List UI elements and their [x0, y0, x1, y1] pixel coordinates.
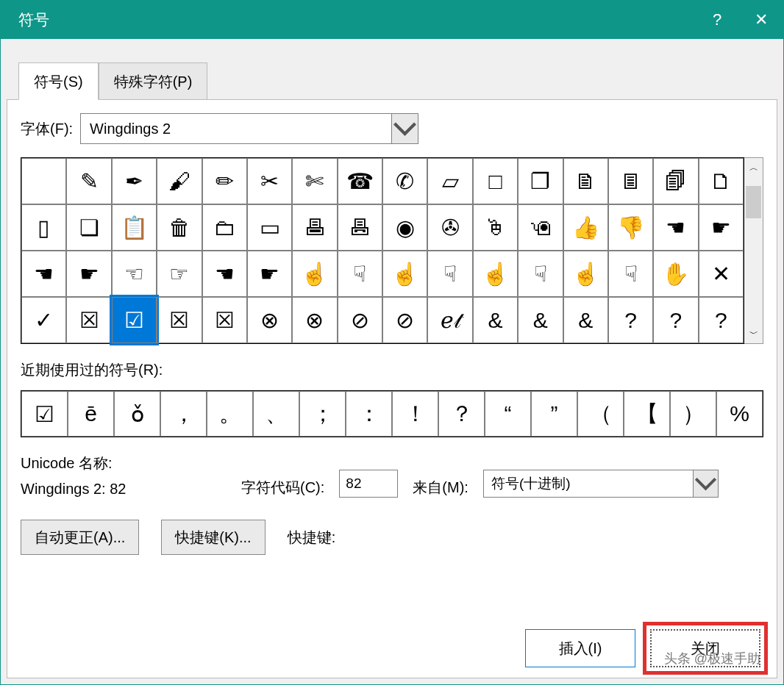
finger-down-2-icon[interactable]: ☟ [608, 251, 653, 297]
point-down-solid2-icon[interactable]: ☟ [427, 251, 472, 297]
recent-bracket-open[interactable]: 【 [624, 391, 670, 437]
ballot-x-2-icon[interactable]: ☒ [157, 297, 202, 343]
clipboard-icon[interactable]: 📋 [112, 204, 157, 251]
ampersand-italic-icon[interactable]: & [563, 297, 608, 343]
shortcut-key-button[interactable]: 快捷键(K)... [161, 520, 265, 555]
close-button[interactable]: 关闭 [650, 629, 760, 667]
question-bold-icon[interactable]: ? [608, 297, 653, 343]
recent-percent[interactable]: % [716, 391, 763, 437]
stack-icon[interactable]: ❏ [66, 204, 111, 251]
chevron-down-icon[interactable] [391, 114, 418, 143]
help-button[interactable]: ? [695, 1, 739, 39]
close-window-button[interactable]: ✕ [739, 1, 783, 39]
folder-icon[interactable]: 🗀 [202, 204, 247, 251]
recent-paren-close[interactable]: ） [670, 391, 716, 437]
from-select[interactable]: 符号(十进制) [483, 470, 719, 498]
prohibited-icon[interactable]: ⊘ [338, 297, 382, 343]
recent-o-caron[interactable]: ǒ [114, 391, 160, 437]
point-up-outline-icon[interactable]: ☝ [292, 251, 337, 297]
recent-semicolon[interactable]: ； [299, 391, 346, 437]
document-icon[interactable]: 🗎 [563, 158, 608, 204]
x-mark-icon[interactable]: ✕ [699, 251, 744, 297]
question-script-icon[interactable]: ? [699, 297, 744, 343]
printer-icon[interactable]: 🖶 [292, 204, 337, 251]
rounded-rect-icon[interactable]: ▭ [247, 204, 292, 251]
fist-right-icon[interactable]: ☛ [66, 251, 111, 297]
document-lines-icon[interactable]: 🗏 [608, 158, 653, 204]
recent-quote-open[interactable]: “ [485, 391, 531, 437]
thumbs-up-icon[interactable]: 👍 [563, 204, 608, 251]
fax-icon[interactable]: 🖷 [338, 204, 382, 251]
recent-exclaim[interactable]: ！ [392, 391, 438, 437]
trackball-icon[interactable]: 🖲 [518, 204, 563, 251]
tape-icon[interactable]: ✇ [427, 204, 472, 251]
recent-colon[interactable]: ： [346, 391, 392, 437]
mouse-icon[interactable]: 🖰 [473, 204, 518, 251]
point-down-outline-icon[interactable]: ☟ [338, 251, 382, 297]
ballot-check-icon[interactable]: ☑ [112, 297, 157, 343]
recent-period[interactable]: 。 [207, 391, 253, 437]
ampersand-bold-icon[interactable]: & [473, 297, 518, 343]
circled-x-icon[interactable]: ⊗ [247, 297, 292, 343]
recent-enum-comma[interactable]: 、 [253, 391, 299, 437]
trash-icon[interactable]: 🗑 [157, 204, 202, 251]
point-up-solid2-icon[interactable]: ☝ [382, 251, 427, 297]
brush-icon[interactable]: 🖌 [157, 158, 202, 204]
point-right-solid-icon[interactable]: ☛ [699, 204, 744, 251]
point-left-solid-icon[interactable]: ☚ [653, 204, 698, 251]
scroll-up-icon[interactable]: ︿ [744, 158, 763, 177]
disc-icon[interactable]: ◉ [382, 204, 427, 251]
et-script-icon[interactable]: ℯ𝓉 [427, 297, 472, 343]
ballot-x-icon[interactable]: ☒ [66, 297, 111, 343]
tab-symbols[interactable]: 符号(S) [18, 62, 99, 100]
prohibited-2-icon[interactable]: ⊘ [382, 297, 427, 343]
hand-open-icon[interactable]: ✋ [653, 251, 698, 297]
page-icon[interactable]: ▱ [427, 158, 472, 204]
point-left-filled-icon[interactable]: ☚ [202, 251, 247, 297]
recent-quote-close[interactable]: ” [531, 391, 577, 437]
insert-button[interactable]: 插入(I) [525, 629, 635, 667]
recent-e-macron[interactable]: ē [68, 391, 114, 437]
blank-page-icon[interactable]: ▯ [21, 204, 66, 251]
finger-up-1-icon[interactable]: ☝ [473, 251, 518, 297]
circled-x-2-icon[interactable]: ⊗ [292, 297, 337, 343]
scissors-icon[interactable]: ✂ [247, 158, 292, 204]
pencil-icon[interactable]: ✏ [202, 158, 247, 204]
scroll-thumb[interactable] [746, 186, 761, 218]
recent-question[interactable]: ？ [438, 391, 485, 437]
point-right-filled-icon[interactable]: ☛ [247, 251, 292, 297]
page-corner-icon[interactable]: 🗋 [699, 158, 744, 204]
ballot-x-bold-icon[interactable]: ☒ [202, 297, 247, 343]
fist-left-icon[interactable]: ☚ [21, 251, 66, 297]
question-italic-icon[interactable]: ? [653, 297, 698, 343]
recent-paren-open[interactable]: （ [577, 391, 624, 437]
fist-outline-right-icon[interactable]: ☞ [157, 251, 202, 297]
fountain-pen-icon[interactable]: ✒ [112, 158, 157, 204]
chevron-down-icon[interactable] [693, 470, 718, 497]
ampersand-script-icon[interactable]: & [518, 297, 563, 343]
pen-icon[interactable]: ✎ [66, 158, 111, 204]
scrollbar[interactable]: ︿ ﹀ [744, 157, 763, 344]
fist-outline-left-icon[interactable]: ☜ [112, 251, 157, 297]
handset-icon[interactable]: ✆ [382, 158, 427, 204]
pages-icon[interactable]: ❐ [518, 158, 563, 204]
recent-comma[interactable]: ， [160, 391, 207, 437]
scissors-open-icon[interactable]: ✄ [292, 158, 337, 204]
auto-correct-button[interactable]: 自动更正(A)... [21, 520, 139, 555]
blank[interactable] [21, 158, 66, 204]
shortcut-label: 快捷键: [288, 528, 336, 548]
font-select[interactable]: Wingdings 2 [80, 113, 418, 144]
from-value: 符号(十进制) [484, 470, 693, 497]
tab-special-chars[interactable]: 特殊字符(P) [99, 62, 208, 100]
char-code-input[interactable] [339, 470, 398, 498]
square-icon[interactable]: □ [473, 158, 518, 204]
check-icon[interactable]: ✓ [21, 297, 66, 343]
finger-down-1-icon[interactable]: ☟ [518, 251, 563, 297]
scroll-down-icon[interactable]: ﹀ [744, 324, 763, 343]
recent-check[interactable]: ☑ [21, 391, 68, 437]
telephone-icon[interactable]: ☎ [338, 158, 382, 204]
thumbs-down-icon[interactable]: 👎 [608, 204, 653, 251]
finger-up-2-icon[interactable]: ☝ [563, 251, 608, 297]
scroll-track[interactable] [744, 177, 763, 324]
documents-icon[interactable]: 🗐 [653, 158, 698, 204]
